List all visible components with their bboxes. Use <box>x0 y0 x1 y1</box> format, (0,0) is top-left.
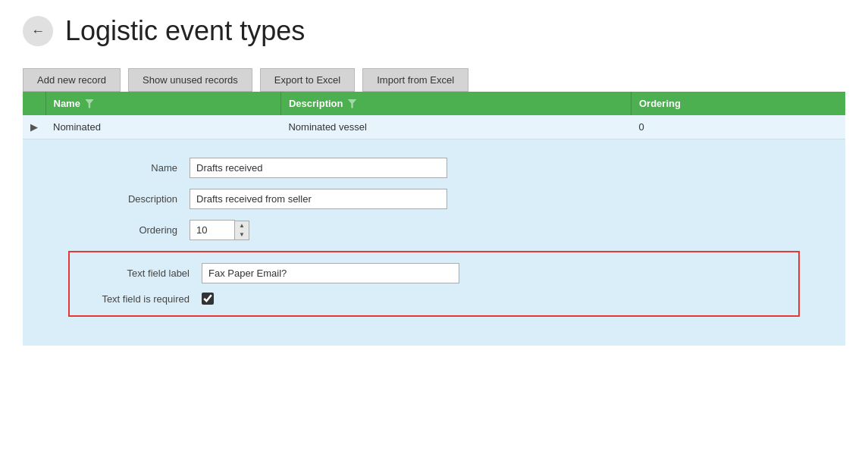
highlight-section: Text field label Text field is required <box>68 251 800 317</box>
text-field-required-label: Text field is required <box>80 293 202 305</box>
col-name-header[interactable]: Name <box>45 92 280 115</box>
form-row-text-field-required: Text field is required <box>70 293 798 305</box>
name-filter-icon[interactable] <box>85 99 94 108</box>
back-button[interactable]: ← <box>23 16 53 46</box>
col-ordering-header[interactable]: Ordering <box>631 92 845 115</box>
show-unused-records-button[interactable]: Show unused records <box>128 68 252 92</box>
add-new-record-button[interactable]: Add new record <box>23 68 121 92</box>
row-name: Nominated <box>45 115 280 139</box>
data-table: Name Description Ordering <box>23 92 845 139</box>
spinner-down-button[interactable]: ▼ <box>235 230 249 239</box>
row-ordering: 0 <box>631 115 845 139</box>
col-name-label: Name <box>54 98 80 109</box>
ordering-group: ▲ ▼ <box>190 220 249 240</box>
spinner-buttons: ▲ ▼ <box>235 221 249 240</box>
name-label: Name <box>68 162 190 174</box>
import-from-excel-button[interactable]: Import from Excel <box>362 68 468 92</box>
page-container: ← Logistic event types Add new record Sh… <box>0 0 868 457</box>
table-row[interactable]: ▶ Nominated Nominated vessel 0 <box>23 115 845 139</box>
form-row-description: Description <box>23 189 845 209</box>
text-field-required-checkbox[interactable] <box>202 293 214 305</box>
name-input[interactable] <box>190 158 447 178</box>
text-field-label-input[interactable] <box>202 263 459 283</box>
page-title: Logistic event types <box>65 15 305 47</box>
col-indicator-header <box>23 92 45 115</box>
col-description-label: Description <box>289 98 343 109</box>
ordering-label: Ordering <box>68 224 190 236</box>
form-area: Name Description Ordering ▲ ▼ Text field… <box>23 139 845 346</box>
toolbar: Add new record Show unused records Expor… <box>23 68 845 92</box>
col-description-header[interactable]: Description <box>280 92 631 115</box>
ordering-input[interactable] <box>190 220 235 240</box>
col-ordering-label: Ordering <box>639 98 681 109</box>
export-to-excel-button[interactable]: Export to Excel <box>260 68 355 92</box>
data-table-container: Name Description Ordering <box>23 92 845 139</box>
spinner-up-button[interactable]: ▲ <box>235 221 249 230</box>
row-description: Nominated vessel <box>280 115 631 139</box>
text-field-label-label: Text field label <box>80 268 202 279</box>
form-row-name: Name <box>23 158 845 178</box>
description-input[interactable] <box>190 189 447 209</box>
description-label: Description <box>68 193 190 205</box>
description-filter-icon[interactable] <box>347 99 356 108</box>
form-row-text-field-label: Text field label <box>70 263 798 283</box>
form-row-ordering: Ordering ▲ ▼ <box>23 220 845 240</box>
page-header: ← Logistic event types <box>23 15 845 47</box>
row-indicator: ▶ <box>23 115 45 139</box>
